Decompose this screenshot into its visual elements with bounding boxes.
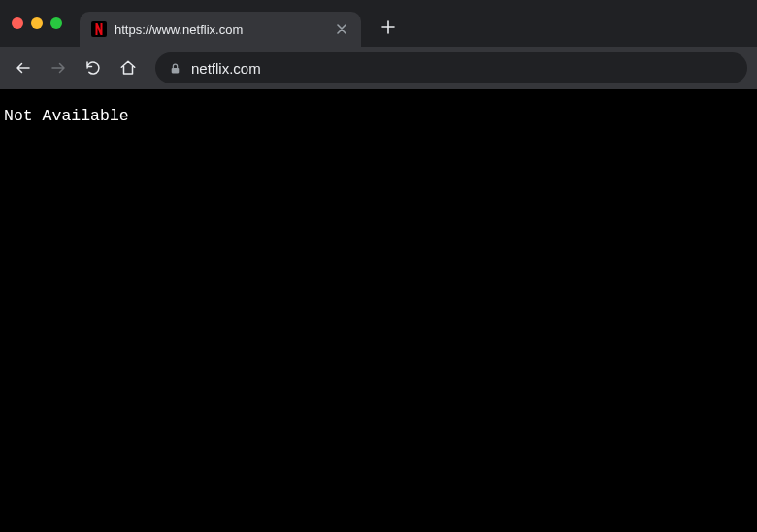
window-controls: [12, 17, 80, 29]
home-button[interactable]: [115, 54, 142, 82]
back-button[interactable]: [10, 54, 37, 82]
page-content: Not Available: [0, 89, 757, 532]
close-icon: [337, 24, 346, 34]
address-bar[interactable]: netflix.com: [155, 52, 747, 83]
forward-button[interactable]: [45, 54, 72, 82]
arrow-left-icon: [15, 59, 32, 77]
reload-button[interactable]: [80, 54, 107, 82]
plus-icon: [381, 20, 395, 34]
browser-tab[interactable]: https://www.netflix.com: [80, 12, 361, 47]
minimize-window-button[interactable]: [31, 17, 43, 29]
toolbar: netflix.com: [0, 47, 757, 89]
lock-icon: [169, 62, 181, 75]
tab-bar: https://www.netflix.com: [0, 0, 757, 47]
close-window-button[interactable]: [12, 17, 23, 29]
svg-rect-1: [172, 67, 180, 72]
netflix-favicon: [91, 21, 107, 37]
url-text: netflix.com: [191, 60, 261, 77]
tab-title: https://www.netflix.com: [115, 22, 326, 37]
arrow-right-icon: [49, 59, 67, 77]
tab-close-button[interactable]: [334, 21, 349, 37]
not-available-message: Not Available: [4, 107, 753, 125]
new-tab-button[interactable]: [375, 14, 402, 41]
home-icon: [119, 59, 137, 77]
reload-icon: [84, 59, 102, 77]
maximize-window-button[interactable]: [50, 17, 62, 29]
